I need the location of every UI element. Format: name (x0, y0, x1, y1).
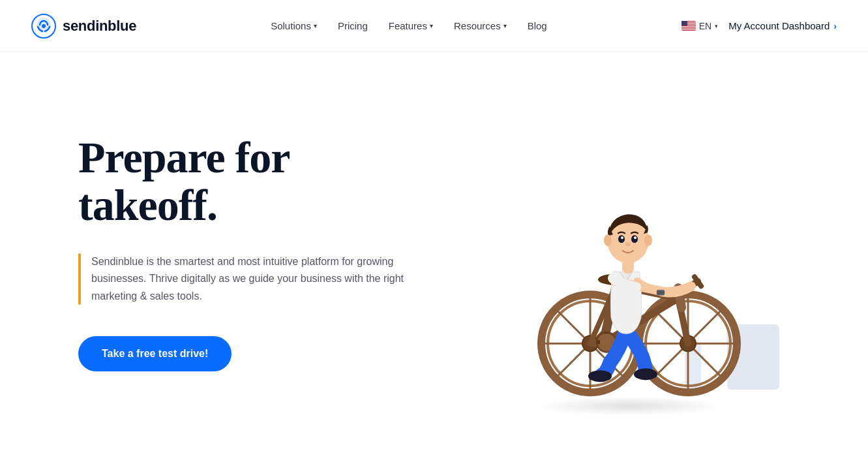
bike-character-svg (505, 141, 753, 418)
svg-rect-9 (681, 21, 687, 25)
svg-point-48 (644, 234, 652, 246)
svg-point-44 (621, 236, 623, 239)
hero-section: Prepare for takeoff. Sendinblue is the s… (0, 52, 868, 453)
logo-text: sendinblue (63, 18, 136, 35)
svg-rect-6 (681, 26, 696, 27)
floor-shadow (538, 396, 721, 416)
svg-rect-8 (681, 29, 696, 30)
svg-point-46 (625, 242, 631, 246)
lang-code: EN (699, 21, 711, 31)
svg-rect-7 (681, 27, 696, 28)
hero-content: Prepare for takeoff. Sendinblue is the s… (78, 134, 417, 371)
hero-description: Sendinblue is the smartest and most intu… (91, 253, 417, 305)
header-right: EN ▾ My Account Dashboard › (681, 20, 837, 31)
solutions-chevron-icon: ▾ (314, 22, 317, 29)
logo-link[interactable]: sendinblue (31, 14, 136, 39)
main-nav: Solutions ▾ Pricing Features ▾ Resources… (271, 20, 547, 31)
svg-point-42 (618, 235, 625, 243)
language-selector[interactable]: EN ▾ (681, 21, 718, 31)
features-chevron-icon: ▾ (430, 22, 433, 29)
hero-image-area (391, 52, 868, 453)
nav-pricing[interactable]: Pricing (338, 20, 368, 31)
hero-description-block: Sendinblue is the smartest and most intu… (78, 253, 417, 305)
svg-point-1 (42, 24, 46, 28)
nav-features[interactable]: Features ▾ (389, 20, 433, 31)
svg-point-47 (604, 234, 612, 246)
svg-point-38 (588, 370, 612, 382)
hero-accent-bar (78, 253, 81, 305)
cta-button[interactable]: Take a free test drive! (78, 336, 232, 371)
svg-point-43 (631, 235, 638, 243)
logo-icon (31, 14, 56, 39)
account-chevron-icon: › (833, 21, 837, 31)
character-illustration (492, 102, 766, 429)
svg-point-45 (634, 236, 636, 239)
nav-solutions[interactable]: Solutions ▾ (271, 20, 317, 31)
svg-point-39 (634, 368, 657, 380)
nav-blog[interactable]: Blog (528, 20, 547, 31)
nav-resources[interactable]: Resources ▾ (454, 20, 507, 31)
flag-icon (681, 21, 696, 31)
resources-chevron-icon: ▾ (503, 22, 507, 29)
lang-chevron-icon: ▾ (715, 23, 718, 29)
site-header: sendinblue Solutions ▾ Pricing Features … (0, 0, 868, 52)
hero-title: Prepare for takeoff. (78, 134, 417, 230)
svg-rect-49 (657, 290, 665, 295)
account-dashboard-link[interactable]: My Account Dashboard › (728, 20, 837, 31)
